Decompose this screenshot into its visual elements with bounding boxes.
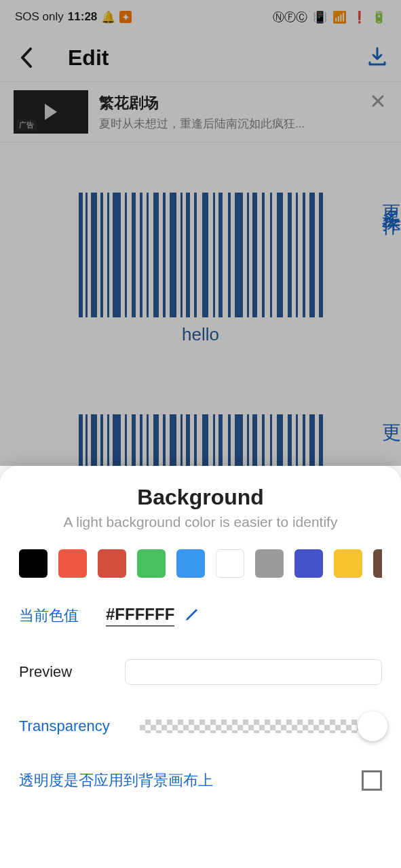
app-header: Edit [0,34,401,81]
bell-icon: 🔔 [101,10,115,24]
svg-rect-39 [140,414,142,469]
clock: 11:28 [68,10,97,24]
current-color-value[interactable]: #FFFFFF [106,605,174,627]
ad-subtitle: 夏时从未想过，重逢后陆南沉如此疯狂... [99,116,305,132]
svg-rect-27 [296,193,298,317]
barcode-text: hello [19,324,382,345]
svg-rect-56 [277,414,283,469]
svg-rect-37 [125,414,127,469]
svg-rect-52 [247,414,249,469]
svg-rect-16 [202,193,208,317]
slider-thumb[interactable] [358,711,387,741]
svg-rect-55 [270,414,272,469]
svg-rect-46 [194,414,197,469]
svg-rect-61 [319,414,323,469]
svg-rect-45 [186,414,190,469]
svg-rect-5 [113,193,121,317]
color-swatch[interactable] [373,549,382,578]
alert-icon: ❗ [352,10,366,24]
svg-rect-3 [100,193,103,317]
apply-transparency-checkbox[interactable] [362,770,382,791]
ad-thumbnail: 广告 [14,90,88,134]
svg-rect-59 [303,414,305,469]
svg-rect-6 [125,193,127,317]
barcode-image [79,414,323,469]
svg-rect-7 [132,193,136,317]
svg-rect-36 [113,414,121,469]
svg-rect-38 [132,414,136,469]
download-icon [367,46,387,66]
svg-rect-44 [180,414,183,469]
svg-rect-9 [147,193,149,317]
svg-rect-49 [218,414,223,469]
svg-rect-41 [153,414,159,469]
svg-rect-57 [288,414,292,469]
svg-rect-30 [319,193,323,317]
barcode-image [79,193,323,317]
play-icon [45,104,57,120]
transparency-slider[interactable] [140,719,382,733]
svg-rect-20 [235,193,243,317]
svg-rect-54 [262,414,265,469]
ad-close-button[interactable] [371,93,385,112]
svg-rect-53 [252,414,257,469]
svg-rect-10 [153,193,159,317]
preview-label: Preview [19,663,100,681]
svg-rect-4 [107,193,109,317]
svg-rect-2 [91,193,97,317]
svg-rect-18 [218,193,223,317]
sheet-title: Background [19,485,382,510]
svg-rect-17 [213,193,215,317]
preview-swatch [125,659,382,685]
network-status: SOS only [15,10,64,24]
ad-title: 繁花剧场 [99,93,305,113]
download-button[interactable] [367,46,387,69]
svg-rect-13 [180,193,183,317]
color-swatch[interactable] [216,549,244,578]
more-actions-button[interactable]: 更多操作 [378,190,401,206]
svg-rect-60 [309,414,315,469]
barcode-card[interactable]: hello [19,163,382,372]
color-swatch-row [19,549,382,578]
svg-rect-43 [170,414,176,469]
color-swatch[interactable] [176,549,205,578]
edit-color-button[interactable] [184,606,200,625]
battery-icon: 🔋 [372,10,386,24]
svg-rect-23 [262,193,265,317]
color-swatch[interactable] [19,549,47,578]
background-sheet: Background A light background color is e… [0,466,401,868]
ad-banner[interactable]: 广告 繁花剧场 夏时从未想过，重逢后陆南沉如此疯狂... [0,81,401,142]
svg-rect-47 [202,414,208,469]
svg-rect-15 [194,193,197,317]
barcode-list: 更多操作 更 [0,142,401,498]
svg-rect-0 [79,193,83,317]
back-button[interactable] [14,44,41,71]
color-swatch[interactable] [255,549,284,578]
sheet-subtitle: A light background color is easier to id… [19,514,382,530]
svg-rect-29 [309,193,315,317]
svg-rect-11 [163,193,166,317]
svg-rect-32 [85,414,88,469]
color-swatch[interactable] [58,549,87,578]
svg-rect-21 [247,193,249,317]
svg-rect-42 [163,414,166,469]
svg-rect-50 [228,414,231,469]
svg-rect-1 [85,193,88,317]
color-swatch[interactable] [294,549,323,578]
ad-tag: 广告 [16,119,37,131]
color-swatch[interactable] [98,549,126,578]
transparency-label: Transparency [19,717,110,735]
pencil-icon [184,606,200,623]
status-icons: ⓃⒻⒸ 📳 📶 ❗ 🔋 [273,9,386,25]
close-icon [371,94,385,108]
color-swatch[interactable] [137,549,166,578]
svg-rect-34 [100,414,103,469]
svg-rect-24 [270,193,272,317]
chevron-left-icon [20,47,34,68]
color-swatch[interactable] [334,549,362,578]
svg-rect-26 [288,193,292,317]
svg-rect-33 [91,414,97,469]
svg-rect-48 [213,414,215,469]
running-app-icon: ✦ [119,11,132,23]
svg-rect-19 [228,193,231,317]
